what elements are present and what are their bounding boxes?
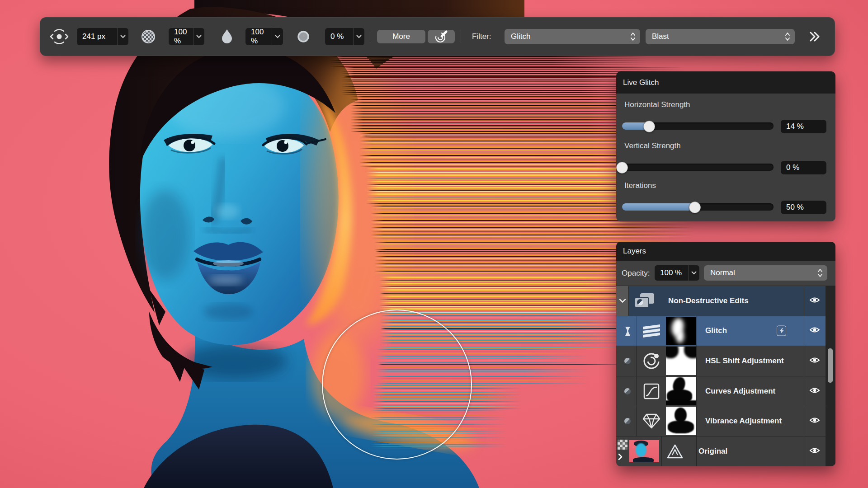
filter-label: Filter:	[472, 18, 491, 56]
visibility-eye-icon[interactable]	[809, 447, 820, 456]
slider-thumb[interactable]	[643, 121, 655, 132]
filter-category-dropdown[interactable]: Glitch	[505, 29, 640, 44]
brush-opacity-icon	[141, 29, 156, 44]
brush-cursor-circle	[322, 310, 472, 460]
horizontal-strength-label: Horizontal Strength	[624, 100, 690, 109]
iterations-slider[interactable]	[622, 203, 774, 211]
toolbar-overflow-button[interactable]	[809, 32, 821, 42]
brush-opacity-value: 100 %	[169, 28, 193, 46]
adjustment-state-icon	[624, 388, 631, 394]
blend-mode-dropdown[interactable]: Normal	[704, 265, 827, 281]
live-filter-hourglass-icon	[625, 326, 631, 338]
layer-label: Glitch	[705, 326, 727, 335]
layer-label: HSL Shift Adjustment	[705, 357, 784, 366]
visibility-eye-icon[interactable]	[809, 296, 820, 305]
slider-thumb[interactable]	[689, 202, 701, 213]
layer-label: Original	[698, 447, 727, 456]
filter-type-dropdown[interactable]: Blast	[646, 29, 795, 44]
layers-opacity-row: Opacity: 100 % Normal	[616, 261, 835, 286]
horizontal-strength-slider[interactable]	[622, 122, 774, 130]
layers-list: Non-Destructive Edits Glitch	[616, 286, 835, 466]
more-button[interactable]: More	[377, 30, 425, 43]
filter-type-value: Blast	[646, 32, 785, 41]
layers-scrollbar[interactable]	[828, 348, 833, 383]
toolbar-divider	[370, 30, 370, 43]
brush-target-icon	[434, 30, 448, 43]
layer-row-adjustment[interactable]: Curves Adjustment	[616, 376, 835, 407]
layers-scroll-track[interactable]	[826, 286, 835, 466]
chevron-up-down-icon	[630, 32, 640, 41]
live-filter-badge	[777, 326, 786, 336]
slider-thumb[interactable]	[616, 162, 628, 174]
hsl-adjustment-icon	[642, 352, 661, 372]
filter-category-value: Glitch	[505, 32, 630, 41]
visibility-eye-icon[interactable]	[809, 387, 820, 396]
brush-width-value: 241 px	[77, 32, 117, 41]
brush-hardness-value: 0 %	[325, 32, 353, 41]
vertical-strength-slider[interactable]	[622, 164, 774, 171]
layer-row-live-filter[interactable]: Glitch	[616, 316, 835, 347]
visibility-eye-icon[interactable]	[809, 357, 820, 366]
iterations-value[interactable]: 50 %	[781, 201, 826, 214]
chevron-down-icon	[619, 299, 626, 303]
live-glitch-panel-body: Horizontal Strength 14 % Vertical Streng…	[616, 94, 835, 221]
adjustment-state-icon	[624, 358, 631, 364]
layers-panel: Layers Opacity: 100 % Normal	[616, 242, 835, 466]
paint-with-filter-button[interactable]	[428, 30, 455, 43]
context-toolbar: 241 px 100 % 100 % 0 % More	[40, 17, 835, 56]
expand-toggle[interactable]	[618, 454, 623, 462]
layer-opacity-value: 100 %	[655, 268, 688, 277]
brush-flow-value: 100 %	[245, 28, 272, 46]
image-layer-icon	[667, 444, 683, 460]
brush-width-icon	[49, 28, 69, 46]
layer-label: Vibrance Adjustment	[705, 417, 782, 426]
layer-row-group[interactable]: Non-Destructive Edits	[616, 286, 835, 316]
vibrance-adjustment-icon	[642, 413, 660, 431]
layer-row-adjustment[interactable]: HSL Shift Adjustment	[616, 346, 835, 376]
vertical-strength-value[interactable]: 0 %	[781, 161, 826, 174]
expand-toggle[interactable]	[616, 286, 628, 316]
toolbar-divider	[461, 30, 461, 43]
visibility-eye-icon[interactable]	[809, 326, 820, 335]
layer-row-image[interactable]: Original	[616, 436, 835, 466]
chevron-down-icon[interactable]	[688, 265, 699, 281]
live-glitch-panel-header: Live Glitch	[616, 71, 835, 94]
chevron-down-icon[interactable]	[353, 28, 364, 45]
brush-opacity-field[interactable]: 100 %	[169, 28, 204, 45]
layer-opacity-field[interactable]: 100 %	[655, 265, 699, 281]
chevron-up-down-icon	[785, 32, 795, 41]
double-chevron-right-icon	[809, 32, 821, 42]
brush-hardness-field[interactable]: 0 %	[325, 28, 364, 45]
opacity-label: Opacity:	[622, 261, 650, 286]
horizontal-strength-value[interactable]: 14 %	[781, 120, 826, 133]
curves-adjustment-icon	[643, 383, 660, 401]
more-button-label: More	[392, 32, 410, 41]
layer-mask-thumbnail[interactable]	[666, 407, 696, 435]
brush-flow-icon	[221, 29, 233, 44]
chevron-down-icon[interactable]	[117, 28, 128, 45]
layer-label: Non-Destructive Edits	[668, 296, 749, 305]
layer-row-adjustment[interactable]: Vibrance Adjustment	[616, 406, 835, 436]
layer-mask-thumbnail[interactable]	[666, 347, 696, 375]
chevron-down-icon[interactable]	[272, 28, 283, 45]
glitch-filter-icon	[642, 324, 661, 340]
group-layer-icon	[634, 293, 655, 310]
layer-mask-thumbnail[interactable]	[666, 317, 696, 345]
chevron-up-down-icon	[817, 268, 827, 277]
brush-hardness-icon	[296, 29, 311, 44]
live-glitch-panel: Live Glitch Horizontal Strength 14 % Ver…	[616, 71, 835, 221]
visibility-eye-icon[interactable]	[809, 417, 820, 426]
layer-mask-thumbnail[interactable]	[666, 377, 696, 405]
brush-width-field[interactable]: 241 px	[77, 28, 128, 45]
brush-flow-field[interactable]: 100 %	[245, 28, 283, 45]
layer-photo-thumbnail[interactable]	[629, 440, 659, 462]
panel-title: Live Glitch	[623, 78, 659, 87]
layer-label: Curves Adjustment	[705, 387, 775, 396]
chevron-down-icon[interactable]	[193, 28, 204, 45]
vertical-strength-label: Vertical Strength	[624, 141, 681, 150]
transparency-checker-icon	[618, 440, 627, 450]
lightning-icon	[779, 328, 784, 334]
adjustment-state-icon	[624, 418, 631, 424]
blend-mode-value: Normal	[704, 268, 817, 277]
iterations-label: Iterations	[624, 181, 656, 190]
